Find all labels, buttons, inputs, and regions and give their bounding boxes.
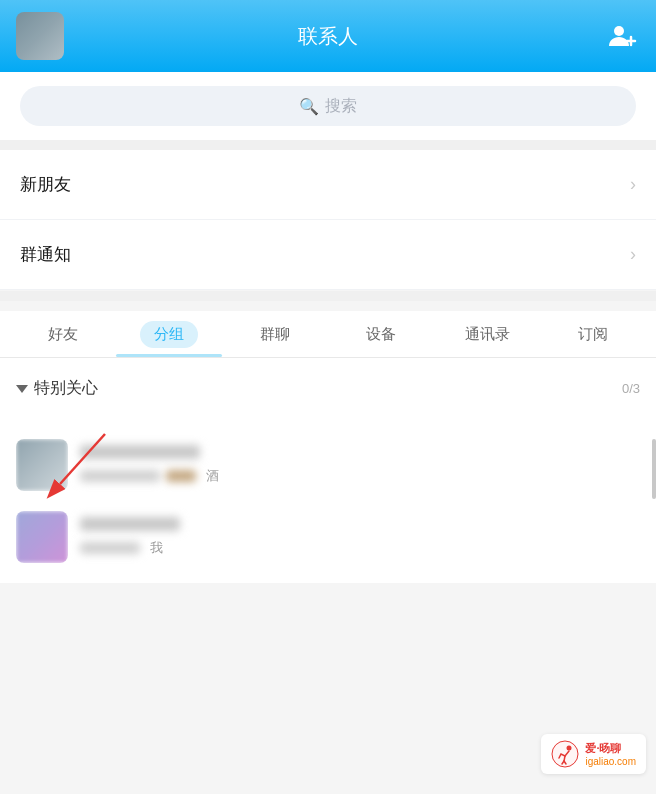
group-title: 特别关心 bbox=[34, 378, 98, 399]
new-friends-item[interactable]: 新朋友 › bbox=[0, 150, 656, 220]
contact-avatar-2 bbox=[16, 511, 68, 563]
new-friends-section: 新朋友 › 群通知 › bbox=[0, 150, 656, 290]
watermark-text: 爱·旸聊 igaliao.com bbox=[585, 741, 636, 767]
watermark-brand1: 爱·旸聊 bbox=[585, 741, 636, 756]
collapse-icon bbox=[16, 385, 28, 393]
svg-point-0 bbox=[614, 26, 624, 36]
contact-name-blur-2 bbox=[80, 517, 180, 531]
tab-friends[interactable]: 好友 bbox=[10, 311, 116, 357]
contact-item-2[interactable]: 我 bbox=[0, 501, 656, 573]
contact-list: 酒 我 bbox=[0, 419, 656, 583]
tab-group-chat[interactable]: 群聊 bbox=[222, 311, 328, 357]
search-section: 🔍 搜索 bbox=[0, 72, 656, 140]
tab-bar: 好友 分组 群聊 设备 通讯录 订阅 bbox=[0, 311, 656, 358]
add-contact-button[interactable] bbox=[604, 18, 640, 54]
scrollbar-thumb bbox=[652, 439, 656, 499]
contact-name-blur-1 bbox=[80, 445, 200, 459]
contact-info-1: 酒 bbox=[80, 445, 640, 485]
contact-msg-blur-1: 酒 bbox=[80, 467, 640, 485]
contact-avatar-1 bbox=[16, 439, 68, 491]
divider-top bbox=[0, 140, 656, 150]
watermark: 爱·旸聊 igaliao.com bbox=[541, 734, 646, 774]
search-icon: 🔍 bbox=[299, 97, 319, 116]
page-title: 联系人 bbox=[298, 23, 358, 50]
add-person-icon bbox=[607, 21, 637, 51]
search-placeholder: 搜索 bbox=[325, 96, 357, 117]
divider-mid bbox=[0, 291, 656, 301]
new-friends-label: 新朋友 bbox=[20, 173, 71, 196]
group-notifications-label: 群通知 bbox=[20, 243, 71, 266]
chevron-right-icon: › bbox=[630, 174, 636, 195]
contact-msg-blur-2: 我 bbox=[80, 539, 640, 557]
watermark-brand2: igaliao.com bbox=[585, 756, 636, 767]
group-header[interactable]: 特别关心 0/3 bbox=[0, 370, 656, 407]
tab-section: 好友 分组 群聊 设备 通讯录 订阅 bbox=[0, 311, 656, 358]
group-section: 特别关心 0/3 bbox=[0, 358, 656, 419]
chevron-right-icon-2: › bbox=[630, 244, 636, 265]
tab-contacts[interactable]: 通讯录 bbox=[434, 311, 540, 357]
contact-item-1[interactable]: 酒 bbox=[0, 429, 656, 501]
main-content: 🔍 搜索 新朋友 › 群通知 › 好友 分组 bbox=[0, 72, 656, 794]
tab-devices[interactable]: 设备 bbox=[328, 311, 434, 357]
group-count: 0/3 bbox=[622, 381, 640, 396]
group-header-left: 特别关心 bbox=[16, 378, 98, 399]
watermark-logo-icon bbox=[551, 740, 579, 768]
avatar[interactable] bbox=[16, 12, 64, 60]
search-input[interactable]: 🔍 搜索 bbox=[20, 86, 636, 126]
app-header: 联系人 bbox=[0, 0, 656, 72]
group-notifications-left: 群通知 bbox=[20, 243, 71, 266]
contact-msg-suffix-1: 酒 bbox=[206, 467, 219, 485]
contact-msg-suffix-2: 我 bbox=[150, 539, 163, 557]
tab-subscribe[interactable]: 订阅 bbox=[540, 311, 646, 357]
group-notifications-item[interactable]: 群通知 › bbox=[0, 220, 656, 290]
new-friends-left: 新朋友 bbox=[20, 173, 71, 196]
tab-groups[interactable]: 分组 bbox=[116, 311, 222, 357]
scrollbar[interactable] bbox=[652, 419, 656, 583]
contact-info-2: 我 bbox=[80, 517, 640, 557]
svg-point-6 bbox=[567, 746, 572, 751]
